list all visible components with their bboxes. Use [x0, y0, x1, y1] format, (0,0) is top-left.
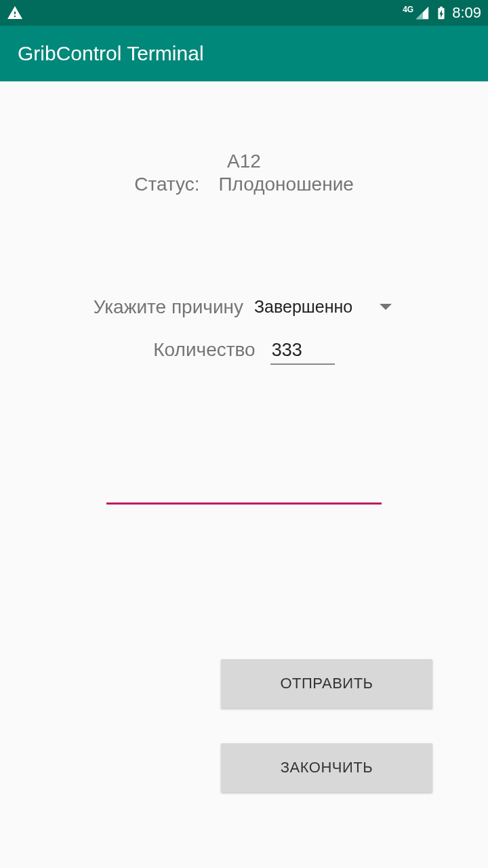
status-value: Плодоношение — [218, 174, 353, 195]
chevron-down-icon — [380, 304, 392, 310]
app-bar: GribControl Terminal — [0, 26, 488, 81]
info-block: А12 Статус: Плодоношение — [14, 151, 474, 195]
battery-charging-icon — [433, 5, 449, 21]
reason-spinner[interactable]: Завершенно — [251, 293, 394, 321]
send-button[interactable]: ОТПРАВИТЬ — [221, 659, 432, 708]
finish-button[interactable]: ЗАКОНЧИТЬ — [221, 743, 432, 792]
reason-label: Укажите причину — [94, 296, 243, 318]
quantity-input[interactable] — [270, 337, 335, 365]
clock-time: 8:09 — [452, 4, 481, 22]
network-label: 4G — [403, 5, 413, 14]
signal-icon — [414, 5, 430, 21]
warning-icon — [7, 5, 23, 21]
status-bar: 4G 8:09 — [0, 0, 488, 26]
reason-value: Завершенно — [254, 297, 352, 317]
status-label: Статус: — [134, 174, 199, 195]
app-title: GribControl Terminal — [18, 42, 204, 65]
quantity-label: Количество — [153, 339, 255, 361]
note-input[interactable] — [106, 471, 382, 505]
chamber-code: А12 — [14, 151, 474, 172]
